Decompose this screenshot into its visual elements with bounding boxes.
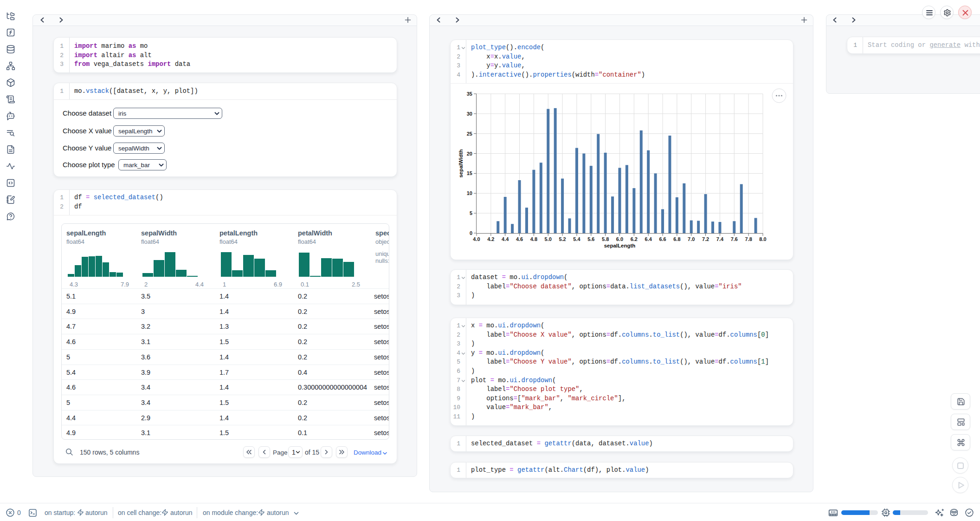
svg-text:7.6: 7.6: [731, 236, 738, 242]
svg-text:4.0: 4.0: [473, 236, 480, 242]
svg-text:5.4: 5.4: [573, 236, 580, 242]
svg-text:10: 10: [467, 190, 472, 196]
svg-text:7.2: 7.2: [702, 236, 709, 242]
svg-text:5.0: 5.0: [545, 236, 552, 242]
svg-text:6.0: 6.0: [616, 236, 623, 242]
svg-text:sepalLength: sepalLength: [604, 243, 636, 248]
svg-text:6.2: 6.2: [631, 236, 638, 242]
svg-text:sepalWidth: sepalWidth: [458, 149, 464, 177]
svg-text:4.6: 4.6: [516, 236, 523, 242]
svg-text:6.4: 6.4: [645, 236, 652, 242]
svg-text:5.2: 5.2: [559, 236, 566, 242]
svg-text:4.8: 4.8: [530, 236, 537, 242]
svg-text:5: 5: [470, 210, 472, 216]
svg-text:6.6: 6.6: [659, 236, 666, 242]
svg-text:8.0: 8.0: [759, 236, 766, 242]
svg-text:5.6: 5.6: [587, 236, 594, 242]
svg-text:0: 0: [470, 230, 472, 236]
svg-text:7.0: 7.0: [688, 236, 695, 242]
svg-text:35: 35: [467, 91, 472, 97]
svg-text:4.4: 4.4: [502, 236, 509, 242]
svg-text:30: 30: [467, 111, 472, 117]
svg-text:20: 20: [467, 151, 472, 156]
svg-text:5.8: 5.8: [602, 236, 609, 242]
svg-text:7.4: 7.4: [716, 236, 724, 242]
svg-text:6.8: 6.8: [673, 236, 680, 242]
svg-text:4.2: 4.2: [487, 236, 494, 242]
svg-text:7.8: 7.8: [745, 236, 752, 242]
svg-text:15: 15: [467, 170, 472, 176]
svg-text:25: 25: [467, 131, 472, 137]
